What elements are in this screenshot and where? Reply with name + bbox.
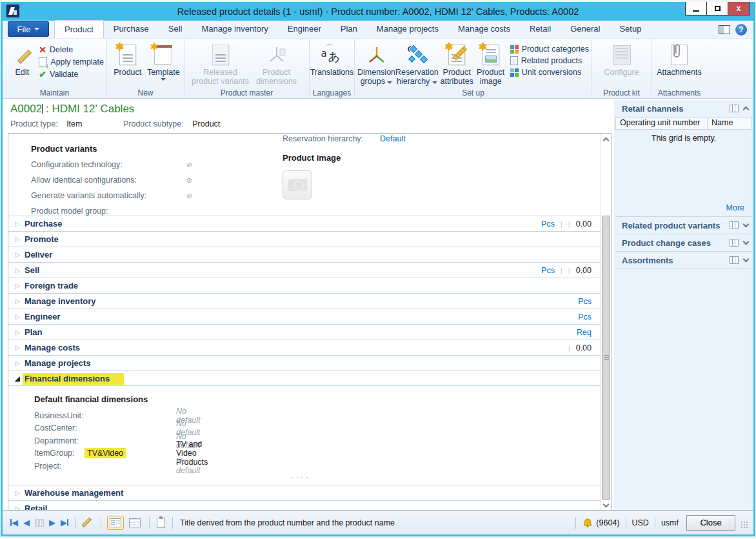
chevron-up-icon[interactable] — [743, 107, 750, 113]
apply-template-button[interactable]: Apply template — [39, 57, 104, 66]
tab-product[interactable]: Product — [54, 20, 104, 38]
factbox-pane-toggle-icon[interactable] — [719, 25, 730, 34]
factbox-retail-channels-header[interactable]: Retail channels — [614, 100, 753, 117]
section-resize-handle[interactable]: ···· — [291, 473, 311, 481]
section-engineer[interactable]: ▷EngineerPcs — [8, 309, 601, 324]
grid-view-button[interactable] — [126, 516, 143, 530]
expand-triangle-icon[interactable]: ▷ — [8, 220, 20, 227]
dimension-value[interactable]: TV&Video — [85, 448, 126, 458]
unit-link[interactable]: Pcs — [541, 266, 555, 275]
section-manage-costs[interactable]: ▷Manage costs|0.00 — [8, 340, 601, 355]
product-image-button[interactable]: ✱ Product image — [475, 41, 506, 86]
related-products-button[interactable]: Related products — [510, 56, 589, 65]
new-template-button[interactable]: ✱ Template — [146, 41, 182, 81]
scrollbar-grip-icon — [604, 355, 609, 360]
reservation-hierarchy-button[interactable]: Reservation hierarchy — [395, 41, 439, 86]
tab-plan[interactable]: Plan — [331, 20, 367, 38]
retail-channels-grid-header: Operating unit number Name — [615, 117, 752, 130]
expand-triangle-icon[interactable]: ▷ — [8, 313, 20, 320]
first-record-button[interactable]: ◀ — [10, 518, 18, 527]
column-operating-unit-number[interactable]: Operating unit number — [616, 117, 708, 129]
delete-button[interactable]: ✕ Delete — [39, 45, 104, 55]
tab-retail[interactable]: Retail — [520, 20, 561, 38]
chevron-down-icon — [387, 81, 392, 84]
expand-triangle-icon[interactable]: ▷ — [8, 282, 20, 289]
section-manage-inventory[interactable]: ▷Manage inventoryPcs — [8, 293, 601, 309]
chevron-down-icon[interactable] — [743, 221, 750, 228]
tab-purchase[interactable]: Purchase — [104, 20, 159, 38]
chevron-down-icon[interactable] — [743, 256, 750, 263]
more-link[interactable]: More — [726, 203, 744, 212]
badge-separator: | — [561, 267, 562, 274]
ribbon-group-product-master: Released product variants Product dimens… — [184, 39, 310, 98]
expand-triangle-icon[interactable]: ▷ — [8, 298, 20, 305]
new-product-button[interactable]: ✱ Product — [110, 41, 146, 77]
product-attributes-button[interactable]: ✱ Product attributes — [439, 41, 475, 86]
file-menu-button[interactable]: File — [8, 21, 49, 37]
unit-link[interactable]: Pcs — [578, 297, 592, 306]
expand-triangle-icon[interactable]: ▷ — [8, 360, 20, 367]
expand-triangle-icon[interactable]: ▷ — [8, 489, 20, 496]
section-manage-projects[interactable]: ▷Manage projects — [8, 355, 601, 371]
column-name[interactable]: Name — [708, 117, 751, 129]
dimension-groups-button[interactable]: Dimension groups — [357, 41, 395, 86]
attachments-button[interactable]: Attachments — [658, 41, 701, 77]
unit-link[interactable]: Pcs — [541, 219, 555, 229]
tab-general[interactable]: General — [561, 20, 610, 38]
factbox-assortments-header[interactable]: Assortments — [614, 252, 753, 269]
section-purchase[interactable]: ▷PurchasePcs||0.00 — [8, 216, 601, 231]
product-categories-button[interactable]: Product categories — [510, 45, 589, 54]
resize-grip-icon[interactable] — [741, 521, 748, 529]
section-warehouse-management[interactable]: ▷Warehouse management — [8, 485, 601, 500]
vertical-scrollbar[interactable] — [601, 134, 611, 511]
previous-record-button[interactable]: ◀ — [23, 518, 30, 527]
factbox-related-product-variants-header[interactable]: Related product variants — [614, 217, 753, 234]
tab-manage-projects[interactable]: Manage projects — [367, 20, 448, 38]
translations-button[interactable]: a⌒あ Translations — [311, 41, 353, 77]
section-label: Deliver — [25, 250, 52, 259]
edit-button[interactable]: Edit — [5, 41, 39, 77]
reservation-hierarchy-value[interactable]: Default — [380, 134, 406, 143]
tab-sell[interactable]: Sell — [159, 20, 192, 38]
section-sell[interactable]: ▷SellPcs||0.00 — [8, 262, 601, 278]
form-close-button[interactable]: Close — [686, 515, 735, 531]
chevron-down-icon[interactable] — [743, 239, 750, 245]
tab-engineer[interactable]: Engineer — [278, 20, 331, 38]
clipboard-icon[interactable] — [157, 518, 165, 528]
minimize-button[interactable] — [685, 2, 707, 15]
notification-count[interactable]: (9604) — [596, 518, 619, 527]
section-plan[interactable]: ▷PlanReq — [8, 324, 601, 340]
minimize-icon — [693, 10, 699, 12]
scroll-up-button[interactable] — [601, 134, 611, 145]
form-view-button[interactable] — [107, 516, 124, 530]
scrollbar-thumb[interactable] — [602, 216, 610, 500]
unit-conversions-button[interactable]: Unit conversions — [510, 68, 589, 77]
close-button[interactable]: x — [728, 2, 750, 15]
edit-record-icon[interactable] — [83, 517, 94, 529]
expand-triangle-icon[interactable]: ▷ — [8, 236, 20, 243]
section-deliver[interactable]: ▷Deliver — [8, 247, 601, 262]
section-financial-dimensions[interactable]: ◢Financial dimensions — [8, 371, 601, 386]
notification-bell-icon[interactable] — [582, 518, 593, 528]
tab-manage-costs[interactable]: Manage costs — [448, 20, 520, 38]
tab-setup[interactable]: Setup — [610, 20, 651, 38]
product-image-placeholder[interactable] — [283, 170, 312, 199]
tab-manage-inventory[interactable]: Manage inventory — [192, 20, 277, 38]
expand-triangle-icon[interactable]: ▷ — [8, 344, 20, 351]
dimension-value: No default — [176, 457, 201, 475]
product-number: A0002 — [10, 103, 42, 115]
section-foreign-trade[interactable]: ▷Foreign trade — [8, 278, 601, 293]
validate-button[interactable]: ✔ Validate — [39, 69, 104, 79]
section-promote[interactable]: ▷Promote — [8, 231, 601, 247]
unit-link[interactable]: Pcs — [578, 312, 592, 321]
last-record-button[interactable]: ▶ — [61, 518, 68, 527]
help-icon[interactable]: ? — [735, 24, 747, 36]
expand-triangle-icon[interactable]: ▷ — [8, 267, 20, 274]
expand-triangle-icon[interactable]: ▷ — [8, 329, 20, 336]
collapse-triangle-icon[interactable]: ◢ — [8, 374, 20, 383]
next-record-button[interactable]: ▶ — [49, 518, 55, 527]
expand-triangle-icon[interactable]: ▷ — [8, 251, 20, 258]
unit-link[interactable]: Req — [577, 328, 592, 337]
maximize-button[interactable] — [706, 2, 728, 15]
factbox-product-change-cases-header[interactable]: Product change cases — [614, 234, 753, 251]
